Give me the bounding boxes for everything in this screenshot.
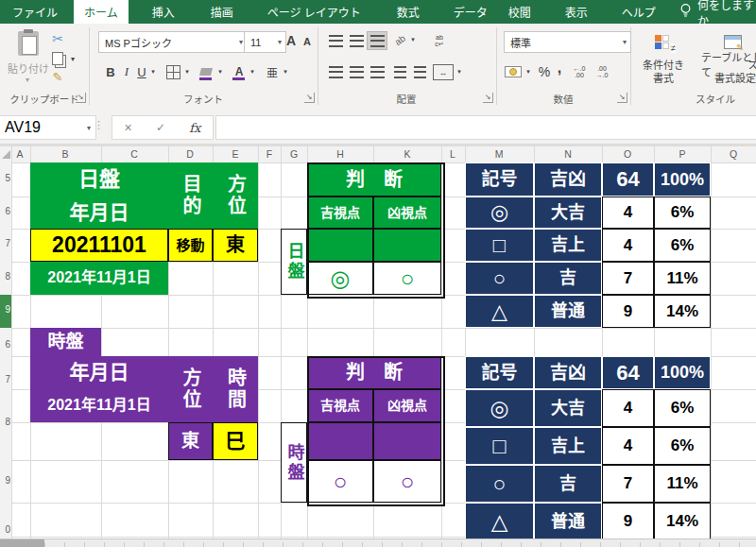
cell-day-bad-header[interactable]: 凶視点 — [373, 197, 441, 229]
cell-stats2-r2-pct[interactable]: 11% — [654, 465, 711, 503]
align-center-button[interactable] — [347, 63, 366, 80]
cancel-icon[interactable]: × — [125, 120, 132, 135]
cell-stats2-r1-pct[interactable]: 6% — [654, 427, 711, 465]
cell-stats2-r0-symbol[interactable]: ◎ — [465, 389, 534, 427]
grow-font-button[interactable]: A — [284, 31, 299, 50]
conditional-formatting-button[interactable]: ≠ — [650, 31, 675, 52]
font-name-select[interactable]: MS Pゴシック ▾ — [98, 31, 248, 53]
cell-day-bad-empty[interactable] — [373, 229, 441, 262]
cell-stats2-header-luck[interactable]: 吉凶 — [534, 356, 602, 389]
row-header[interactable]: 6 — [0, 339, 10, 350]
borders-button[interactable] — [166, 65, 180, 79]
cell-stats2-r2-symbol[interactable]: ○ — [465, 465, 534, 503]
clipboard-dialog-launcher[interactable]: ↘ — [76, 93, 86, 103]
cell-day-bad-mark[interactable]: ○ — [373, 262, 441, 295]
cell-day-date-header[interactable]: 年月日 — [30, 197, 168, 229]
cell-hour-good-header[interactable]: 吉視点 — [307, 389, 373, 422]
cell-stats2-r1-symbol[interactable]: □ — [465, 427, 534, 465]
insert-function-icon[interactable]: fx — [189, 121, 200, 135]
col-header-B[interactable]: B — [54, 148, 77, 160]
cell-stats2-r2-luck[interactable]: 吉 — [534, 465, 602, 503]
cell-stats2-header-pct[interactable]: 100% — [654, 356, 711, 389]
row-header[interactable]: 8 — [0, 417, 10, 427]
tab-view[interactable]: 表示 — [555, 0, 598, 24]
col-header-E[interactable]: E — [224, 148, 247, 160]
tell-me-search[interactable]: 何をしますか — [679, 0, 756, 24]
cell-stats2-r1-luck[interactable]: 吉上 — [534, 427, 602, 465]
alignment-dialog-launcher[interactable]: ↘ — [483, 93, 493, 103]
number-format-select[interactable]: 標準 ▾ — [504, 31, 631, 53]
phonetic-dropdown-icon[interactable]: ▾ — [281, 67, 290, 77]
underline-button[interactable]: U — [135, 63, 148, 80]
cell-stats1-r3-pct[interactable]: 14% — [654, 295, 711, 328]
format-painter-icon[interactable]: ✎ — [49, 69, 66, 84]
cell-stats1-r2-symbol[interactable]: ○ — [465, 262, 534, 295]
font-color-button[interactable]: A — [232, 62, 247, 80]
col-header-A[interactable]: A — [9, 148, 31, 160]
align-right-button[interactable] — [368, 63, 387, 80]
col-header-O[interactable]: O — [616, 148, 639, 160]
cell-stats1-r3-luck[interactable]: 普通 — [534, 295, 602, 328]
col-header-C[interactable]: C — [123, 148, 146, 160]
cell-stats1-r2-count[interactable]: 7 — [602, 262, 654, 295]
cell-hour-time-header[interactable]: 時間 — [213, 356, 258, 422]
comma-style-button[interactable]: , — [554, 60, 565, 77]
cell-stats2-r0-pct[interactable]: 6% — [654, 389, 711, 427]
align-top-button[interactable] — [326, 32, 345, 49]
cell-stats2-r0-count[interactable]: 4 — [602, 389, 654, 427]
paste-button[interactable] — [8, 29, 49, 58]
cell-day-judgment-title[interactable]: 判 断 — [307, 162, 441, 197]
row-header[interactable]: 8 — [0, 271, 10, 282]
increase-indent-button[interactable] — [410, 63, 429, 80]
font-color-dropdown-icon[interactable]: ▾ — [248, 67, 257, 77]
row-header[interactable]: 6 — [0, 206, 10, 216]
tab-review[interactable]: 校閲 — [498, 0, 541, 24]
tab-page-layout[interactable]: ページ レイアウト — [257, 0, 371, 24]
cell-stats2-header-total[interactable]: 64 — [602, 356, 654, 389]
cell-hour-direction[interactable]: 東 — [168, 422, 213, 460]
row-header[interactable]: 0 — [0, 524, 10, 535]
cell-hour-time[interactable]: 巳 — [213, 422, 258, 460]
font-size-select[interactable]: 11 ▾ — [244, 31, 286, 53]
cell-hour-bad-header[interactable]: 凶視点 — [373, 389, 441, 422]
cell-hour-date-header[interactable]: 年月日 — [30, 356, 168, 389]
cell-hour-bad-empty[interactable] — [373, 422, 441, 460]
cell-day-date-full[interactable]: 2021年11月1日 — [30, 262, 168, 295]
cell-day-direction[interactable]: 東 — [213, 229, 258, 262]
tab-insert[interactable]: 挿入 — [142, 0, 185, 24]
cell-hour-judgment-title[interactable]: 判 断 — [307, 356, 441, 389]
cell-hour-board-label[interactable]: 時盤 — [281, 422, 307, 503]
row-header[interactable]: 9 — [0, 475, 10, 486]
tab-data[interactable]: データ — [443, 0, 498, 24]
format-as-table-label1[interactable]: テーブルとして — [701, 58, 756, 70]
currency-button[interactable] — [504, 65, 523, 78]
cell-day-good-mark[interactable]: ◎ — [307, 262, 373, 295]
cell-hour-good-mark[interactable]: ○ — [307, 460, 373, 503]
cell-hour-good-empty[interactable] — [307, 422, 373, 460]
col-header-H[interactable]: H — [329, 148, 352, 160]
cell-stats1-r0-pct[interactable]: 6% — [654, 197, 711, 229]
formula-bar-grip-icon[interactable]: ⋮ — [94, 119, 104, 131]
cell-stats1-r1-symbol[interactable]: □ — [465, 229, 534, 262]
cell-styles-label-cut[interactable]: ス — [749, 58, 756, 70]
cell-stats1-header-luck[interactable]: 吉凶 — [534, 162, 602, 197]
tab-help[interactable]: ヘルプ — [611, 0, 666, 24]
tab-file[interactable]: ファイル — [2, 0, 68, 24]
bold-button[interactable]: B — [104, 63, 117, 80]
cell-stats1-r0-luck[interactable]: 大吉 — [534, 197, 602, 229]
col-header-N[interactable]: N — [557, 148, 579, 160]
borders-dropdown-icon[interactable]: ▾ — [182, 67, 192, 77]
cell-stats1-r1-count[interactable]: 4 — [602, 229, 654, 262]
row-header[interactable]: 7 — [0, 374, 10, 385]
row-header[interactable]: 7 — [0, 238, 10, 248]
cell-day-good-header[interactable]: 吉視点 — [307, 197, 373, 229]
col-header-D[interactable]: D — [179, 148, 201, 160]
cell-stats2-r1-count[interactable]: 4 — [602, 427, 654, 465]
cell-day-purpose-header[interactable]: 目的 — [168, 162, 213, 229]
cut-icon[interactable]: ✂ — [49, 31, 66, 46]
cell-stats2-r2-count[interactable]: 7 — [602, 465, 654, 503]
fill-color-dropdown-icon[interactable]: ▾ — [215, 67, 225, 77]
tab-formulas[interactable]: 数式 — [387, 0, 430, 24]
cell-stats2-r3-symbol[interactable]: △ — [465, 503, 534, 538]
cell-day-board-label[interactable]: 日盤 — [281, 229, 307, 295]
